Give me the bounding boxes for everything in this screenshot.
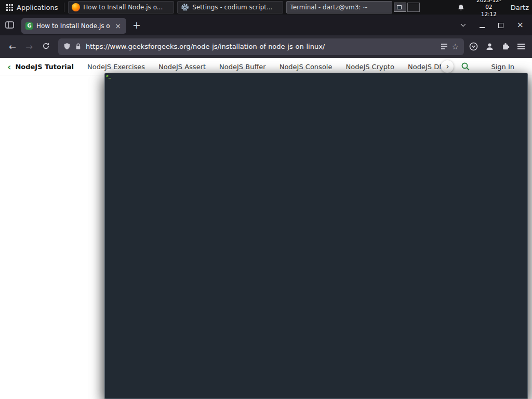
firefox-view-icon — [5, 21, 14, 29]
pocket-icon[interactable] — [469, 42, 478, 51]
taskbar-button[interactable]: How to Install Node.js o... — [68, 1, 174, 14]
window-tasklist: How to Install Node.js o...Settings - co… — [66, 0, 394, 15]
window-close-button[interactable]: × — [517, 21, 524, 29]
taskbar-button[interactable]: Terminal - dartz@vm3: ~ — [286, 1, 392, 14]
applications-grid-icon — [6, 4, 13, 11]
clock[interactable]: 2025-12-02 12:12 — [474, 0, 503, 18]
top-panel: Applications How to Install Node.js o...… — [0, 0, 532, 15]
gfg-nav-item-nodejs-tutorial[interactable]: NodeJS Tutorial — [15, 63, 74, 71]
back-button[interactable]: ← — [4, 42, 21, 52]
browser-toolbar: ← → https://www.geeksforgeeks.org/node-j… — [0, 35, 532, 58]
list-tabs-chevron-button[interactable] — [461, 24, 465, 26]
gfg-nav-item-nodejs-buffer[interactable]: NodeJS Buffer — [219, 63, 266, 71]
extensions-icon[interactable] — [501, 42, 510, 51]
user-label: Dartz — [511, 4, 529, 11]
workspace-2[interactable] — [407, 3, 420, 12]
desktop: Applications How to Install Node.js o...… — [0, 0, 532, 399]
gfg-nav-item-nodejs-crypto[interactable]: NodeJS Crypto — [345, 63, 394, 71]
window-minimize-button[interactable] — [480, 20, 485, 30]
scroll-right-chevron[interactable]: › — [441, 60, 454, 73]
geeksforgeeks-favicon — [25, 22, 33, 30]
new-tab-button[interactable]: + — [126, 19, 147, 31]
url-bar[interactable]: https://www.geeksforgeeks.org/node-js/in… — [58, 38, 464, 55]
reader-mode-icon[interactable] — [441, 43, 448, 50]
taskbar-button-label: How to Install Node.js o... — [83, 4, 170, 11]
tracking-shield-icon[interactable] — [63, 43, 71, 50]
account-icon[interactable] — [485, 42, 494, 51]
browser-window-controls: × — [480, 20, 524, 30]
taskbar-button-label: Terminal - dartz@vm3: ~ — [290, 4, 389, 11]
workspace-1[interactable] — [394, 3, 406, 12]
gfg-nav-item-nodejs-dns[interactable]: NodeJS DNS — [408, 63, 441, 71]
menu-icon[interactable] — [517, 44, 525, 49]
reload-button[interactable] — [37, 42, 54, 52]
search-button[interactable] — [461, 62, 470, 71]
clock-date: 2025-12-02 — [474, 0, 503, 11]
browser-tabbar: How to Install Node.js on... × + × — [0, 15, 532, 35]
gfg-nav-item-nodejs-console[interactable]: NodeJS Console — [280, 63, 332, 71]
gfg-nav-item-nodejs-assert[interactable]: NodeJS Assert — [158, 63, 206, 71]
taskbar-button[interactable]: Settings - codium script... — [177, 1, 283, 14]
applications-menu-button[interactable]: Applications — [0, 0, 64, 15]
panel-separator — [64, 3, 64, 12]
workspace-switcher[interactable] — [394, 3, 420, 12]
tab-title: How to Install Node.js on... — [36, 22, 110, 30]
toolbar-icons — [469, 42, 525, 51]
scroll-left-chevron[interactable]: ‹ — [7, 61, 11, 72]
bookmark-star-icon[interactable]: ☆ — [452, 42, 459, 51]
sign-in-button[interactable]: Sign In — [491, 63, 514, 71]
lock-icon[interactable] — [75, 43, 82, 50]
notifications-bell-icon[interactable] — [457, 4, 465, 11]
browser-tab[interactable]: How to Install Node.js on... × — [21, 18, 126, 34]
firefox-icon — [72, 3, 80, 11]
applications-label: Applications — [17, 4, 58, 11]
taskbar-button-label: Settings - codium script... — [192, 4, 280, 11]
clock-time: 12:12 — [474, 11, 503, 18]
url-text[interactable]: https://www.geeksforgeeks.org/node-js/in… — [86, 43, 436, 50]
search-icon — [461, 62, 470, 71]
gfg-nav-item-nodejs-exercises[interactable]: NodeJS Exercises — [87, 63, 145, 71]
gfg-nav-items: NodeJS TutorialNodeJS ExercisesNodeJS As… — [15, 63, 441, 71]
reload-icon — [42, 42, 50, 50]
firefox-view-button[interactable] — [5, 21, 14, 29]
settings-icon — [181, 3, 189, 11]
forward-button[interactable]: → — [21, 42, 37, 52]
tab-close-button[interactable]: × — [114, 22, 122, 30]
window-restore-button[interactable] — [498, 20, 503, 30]
